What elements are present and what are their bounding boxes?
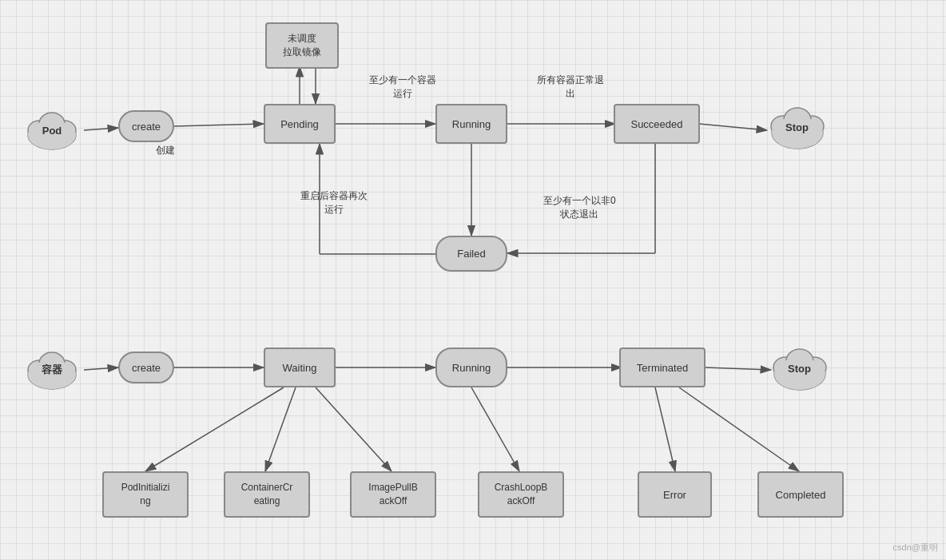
- crashloop-label: CrashLoopBackOff: [495, 481, 548, 508]
- node-image-pull-backoff: ImagePullBackOff: [350, 471, 436, 518]
- svg-line-1: [84, 128, 118, 130]
- node-unscheduled: 未调度拉取镜像: [265, 22, 339, 69]
- node-stop1: Stop: [763, 102, 831, 152]
- svg-line-2: [174, 124, 264, 126]
- label-create: 创建: [156, 144, 175, 157]
- node-crashloop-backoff: CrashLoopBackOff: [478, 471, 564, 518]
- container-label: 容器: [42, 363, 62, 377]
- node-succeeded: Succeeded: [614, 104, 700, 144]
- svg-line-20: [316, 387, 392, 471]
- node-pod-initializing: PodInitializing: [102, 471, 189, 518]
- node-terminated: Terminated: [619, 348, 706, 387]
- node-running2: Running: [435, 348, 507, 387]
- label-restart-container: 重启后容器再次运行: [300, 189, 368, 216]
- svg-line-21: [471, 387, 519, 471]
- label-all-normal-exit: 所有容器正常退出: [537, 73, 604, 101]
- diagram-container: Pod 容器 Stop: [0, 0, 946, 560]
- svg-line-19: [265, 387, 296, 471]
- container-creating-label: ContainerCreating: [241, 481, 293, 508]
- svg-line-23: [679, 387, 799, 471]
- watermark: csdn@重明: [893, 542, 938, 554]
- pod-initializing-label: PodInitializing: [121, 481, 170, 508]
- node-container-creating: ContainerCreating: [224, 471, 310, 518]
- label-nonzero-exit: 至少有一个以非0状态退出: [543, 194, 616, 221]
- node-failed: Failed: [435, 236, 507, 272]
- node-pending: Pending: [264, 104, 336, 144]
- node-create1: create: [118, 110, 174, 142]
- svg-line-17: [706, 367, 771, 370]
- node-waiting: Waiting: [264, 348, 336, 387]
- node-create2: create: [118, 351, 174, 383]
- node-stop2: Stop: [765, 344, 833, 393]
- svg-line-22: [655, 387, 675, 471]
- node-container: 容器: [20, 346, 84, 394]
- node-pod: Pod: [20, 106, 84, 154]
- image-pull-label: ImagePullBackOff: [368, 481, 417, 508]
- svg-line-18: [145, 387, 284, 471]
- pod-label: Pod: [42, 125, 62, 137]
- stop1-label: Stop: [785, 121, 809, 133]
- node-running1: Running: [435, 104, 507, 144]
- svg-line-7: [699, 124, 767, 130]
- node-error: Error: [638, 471, 712, 518]
- svg-line-13: [84, 367, 118, 370]
- label-at-least-one-running: 至少有一个容器运行: [369, 73, 436, 101]
- node-completed: Completed: [757, 471, 844, 518]
- unscheduled-label: 未调度拉取镜像: [283, 32, 321, 59]
- stop2-label: Stop: [788, 363, 811, 375]
